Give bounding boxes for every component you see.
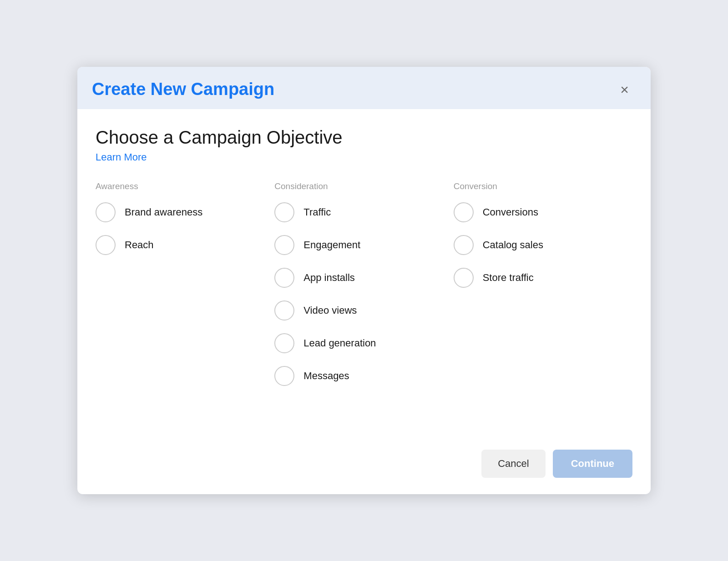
- radio-catalog-sales[interactable]: [454, 235, 474, 255]
- radio-traffic[interactable]: [274, 202, 294, 222]
- objective-lead-generation[interactable]: Lead generation: [274, 333, 444, 353]
- objective-catalog-sales[interactable]: Catalog sales: [454, 235, 623, 255]
- objective-reach[interactable]: Reach: [96, 235, 265, 255]
- awareness-heading: Awareness: [96, 181, 265, 191]
- label-engagement: Engagement: [303, 239, 360, 251]
- radio-app-installs[interactable]: [274, 268, 294, 288]
- label-catalog-sales: Catalog sales: [483, 239, 543, 251]
- objective-app-installs[interactable]: App installs: [274, 268, 444, 288]
- awareness-column: Awareness Brand awareness Reach: [96, 181, 274, 399]
- label-traffic: Traffic: [303, 206, 331, 218]
- objective-brand-awareness[interactable]: Brand awareness: [96, 202, 265, 222]
- conversion-column: Conversion Conversions Catalog sales Sto…: [454, 181, 632, 399]
- conversion-heading: Conversion: [454, 181, 623, 191]
- modal-footer: Cancel Continue: [77, 441, 651, 494]
- radio-messages[interactable]: [274, 366, 294, 386]
- label-reach: Reach: [125, 239, 154, 251]
- modal-container: Create New Campaign × Choose a Campaign …: [77, 67, 651, 494]
- label-brand-awareness: Brand awareness: [125, 206, 202, 218]
- learn-more-link[interactable]: Learn More: [96, 151, 147, 163]
- consideration-column: Consideration Traffic Engagement App ins…: [274, 181, 453, 399]
- label-video-views: Video views: [303, 305, 357, 316]
- section-heading: Choose a Campaign Objective: [96, 127, 632, 148]
- label-lead-generation: Lead generation: [303, 337, 376, 349]
- cancel-button[interactable]: Cancel: [481, 450, 545, 478]
- radio-engagement[interactable]: [274, 235, 294, 255]
- modal-header: Create New Campaign ×: [77, 67, 651, 109]
- radio-conversions[interactable]: [454, 202, 474, 222]
- modal-title: Create New Campaign: [92, 80, 274, 99]
- objective-video-views[interactable]: Video views: [274, 301, 444, 321]
- radio-reach[interactable]: [96, 235, 116, 255]
- radio-lead-generation[interactable]: [274, 333, 294, 353]
- radio-video-views[interactable]: [274, 301, 294, 321]
- label-store-traffic: Store traffic: [483, 272, 534, 284]
- label-messages: Messages: [303, 370, 349, 382]
- consideration-heading: Consideration: [274, 181, 444, 191]
- objective-store-traffic[interactable]: Store traffic: [454, 268, 623, 288]
- radio-brand-awareness[interactable]: [96, 202, 116, 222]
- close-button[interactable]: ×: [617, 80, 632, 99]
- objective-conversions[interactable]: Conversions: [454, 202, 623, 222]
- radio-store-traffic[interactable]: [454, 268, 474, 288]
- objective-engagement[interactable]: Engagement: [274, 235, 444, 255]
- modal-body: Choose a Campaign Objective Learn More A…: [77, 109, 651, 441]
- objective-traffic[interactable]: Traffic: [274, 202, 444, 222]
- objectives-grid: Awareness Brand awareness Reach Consider…: [96, 181, 632, 399]
- label-conversions: Conversions: [483, 206, 538, 218]
- objective-messages[interactable]: Messages: [274, 366, 444, 386]
- continue-button[interactable]: Continue: [553, 450, 632, 478]
- label-app-installs: App installs: [303, 272, 355, 284]
